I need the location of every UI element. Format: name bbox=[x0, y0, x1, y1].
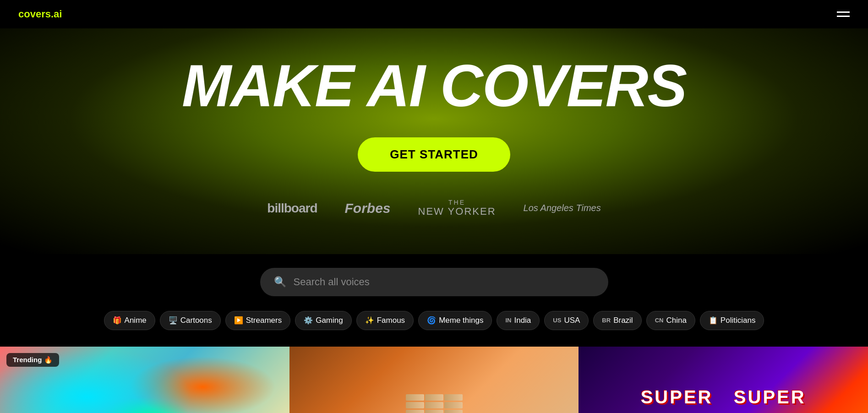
navbar: covers.ai bbox=[0, 0, 868, 28]
gaming-icon: ⚙️ bbox=[304, 316, 313, 325]
brazil-label: Brazil bbox=[613, 316, 633, 325]
usa-label: USA bbox=[564, 316, 580, 325]
jenga-blocks bbox=[406, 394, 463, 413]
tag-anime[interactable]: 🎁 Anime bbox=[104, 311, 155, 330]
trending-badge: Trending 🔥 bbox=[6, 353, 59, 367]
search-icon: 🔍 bbox=[274, 276, 286, 288]
new-yorker-logo: THE NEW YORKER bbox=[418, 199, 496, 217]
press-logos: billboard Forbes THE NEW YORKER Los Ange… bbox=[182, 199, 686, 217]
streamers-icon: ▶️ bbox=[234, 316, 243, 325]
tag-streamers[interactable]: ▶️ Streamers bbox=[225, 311, 290, 330]
get-started-button[interactable]: GET STARTED bbox=[358, 137, 510, 172]
hero-section: MAKE AI COVERS GET STARTED billboard For… bbox=[0, 28, 868, 254]
tag-india[interactable]: IN India bbox=[497, 311, 540, 330]
politicians-icon: 📋 bbox=[709, 316, 718, 325]
usa-flag-icon: US bbox=[553, 317, 561, 324]
tag-gaming[interactable]: ⚙️ Gaming bbox=[295, 311, 352, 330]
thumbnails-row: Trending 🔥 SUPER SUPER bbox=[0, 347, 868, 413]
cartoons-icon: 🖥️ bbox=[169, 316, 178, 325]
brazil-flag-icon: BR bbox=[602, 317, 611, 324]
billboard-logo: billboard bbox=[267, 201, 317, 216]
hero-title: MAKE AI COVERS bbox=[182, 56, 686, 115]
anime-label: Anime bbox=[125, 316, 147, 325]
hamburger-menu-button[interactable] bbox=[837, 11, 850, 17]
search-bar: 🔍 bbox=[260, 268, 608, 296]
hero-content: MAKE AI COVERS GET STARTED billboard For… bbox=[182, 56, 686, 217]
tag-china[interactable]: CN China bbox=[646, 311, 695, 330]
tag-brazil[interactable]: BR Brazil bbox=[593, 311, 641, 330]
thumbnail-1[interactable]: Trending 🔥 bbox=[0, 347, 289, 413]
thumbnail-3[interactable]: SUPER SUPER bbox=[579, 347, 868, 413]
tag-famous[interactable]: ✨ Famous bbox=[356, 311, 414, 330]
search-input[interactable] bbox=[294, 276, 595, 288]
famous-label: Famous bbox=[377, 316, 405, 325]
china-label: China bbox=[666, 316, 686, 325]
famous-icon: ✨ bbox=[365, 316, 374, 325]
tag-cartoons[interactable]: 🖥️ Cartoons bbox=[160, 311, 221, 330]
india-flag-icon: IN bbox=[505, 317, 511, 324]
china-flag-icon: CN bbox=[655, 317, 664, 324]
logo[interactable]: covers.ai bbox=[18, 8, 62, 20]
mario-text: SUPER SUPER bbox=[641, 386, 806, 407]
menu-line-1 bbox=[837, 11, 850, 13]
lat-logo: Los Angeles Times bbox=[524, 203, 601, 213]
meme-label: Meme things bbox=[439, 316, 483, 325]
search-section: 🔍 🎁 Anime 🖥️ Cartoons ▶️ Streamers ⚙️ Ga… bbox=[0, 254, 868, 347]
tag-meme-things[interactable]: 🌀 Meme things bbox=[418, 311, 492, 330]
menu-line-2 bbox=[837, 16, 850, 17]
meme-icon: 🌀 bbox=[427, 316, 436, 325]
cartoons-label: Cartoons bbox=[180, 316, 212, 325]
politicians-label: Politicians bbox=[721, 316, 756, 325]
india-label: India bbox=[514, 316, 531, 325]
tag-usa[interactable]: US USA bbox=[544, 311, 589, 330]
streamers-label: Streamers bbox=[246, 316, 282, 325]
anime-icon: 🎁 bbox=[113, 316, 122, 325]
forbes-logo: Forbes bbox=[345, 201, 391, 216]
gaming-label: Gaming bbox=[316, 316, 343, 325]
tag-politicians[interactable]: 📋 Politicians bbox=[700, 311, 764, 330]
thumbnail-2[interactable] bbox=[289, 347, 579, 413]
category-tags: 🎁 Anime 🖥️ Cartoons ▶️ Streamers ⚙️ Gami… bbox=[104, 306, 764, 337]
